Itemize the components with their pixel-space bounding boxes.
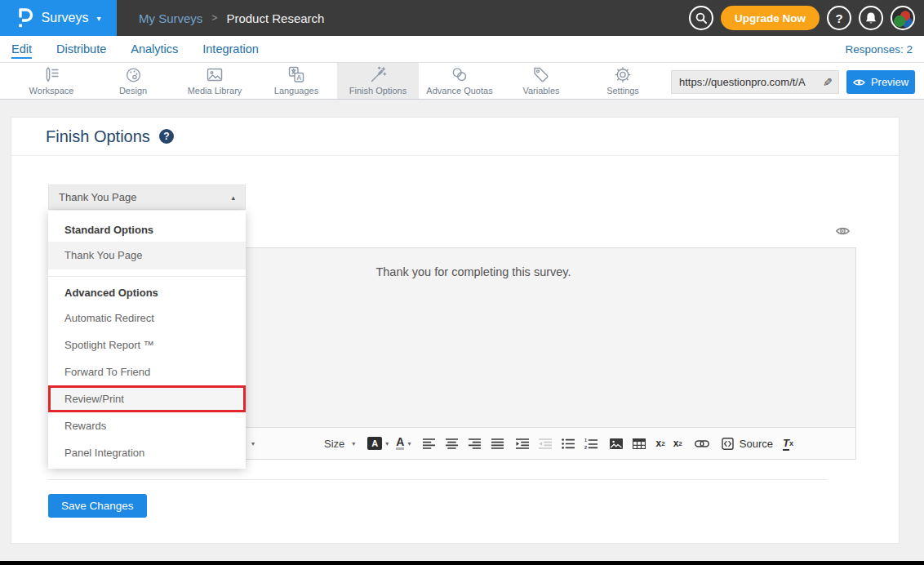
- surveys-product-menu[interactable]: Surveys ▾: [0, 0, 117, 36]
- panel-header: Finish Options ?: [11, 118, 899, 156]
- page-help-icon[interactable]: ?: [159, 129, 174, 144]
- source-icon: [722, 438, 734, 450]
- align-center-button[interactable]: [446, 438, 458, 449]
- page-title: Finish Options: [46, 127, 150, 146]
- link-icon: [695, 439, 709, 448]
- breadcrumb-my-surveys[interactable]: My Surveys: [139, 11, 202, 25]
- dropdown-divider: [48, 276, 246, 277]
- justify-icon: [491, 438, 504, 449]
- dropdown-item-review-print[interactable]: Review/Print: [48, 385, 246, 412]
- indent-icon: [516, 438, 529, 449]
- source-button[interactable]: Source: [722, 438, 773, 450]
- superscript-button[interactable]: x2: [673, 438, 682, 449]
- svg-text:2: 2: [584, 444, 587, 448]
- subscript-button[interactable]: x2: [655, 438, 664, 449]
- toolbar-item-media-library[interactable]: Media Library: [174, 63, 255, 99]
- align-left-icon: [423, 438, 435, 449]
- align-center-icon: [446, 438, 458, 449]
- preview-button[interactable]: Preview: [846, 70, 915, 94]
- bulleted-list-button[interactable]: [562, 438, 575, 449]
- gear-icon: [613, 66, 633, 84]
- dropdown-item-automatic-redirect[interactable]: Automatic Redirect: [48, 305, 246, 331]
- upgrade-now-button[interactable]: Upgrade Now: [721, 6, 820, 30]
- tab-edit[interactable]: Edit: [11, 42, 32, 56]
- avatar[interactable]: [891, 6, 915, 30]
- toolbar-item-workspace[interactable]: Workspace: [11, 63, 92, 99]
- dropdown-item-thank-you-page[interactable]: Thank You Page: [48, 242, 246, 269]
- tab-integration[interactable]: Integration: [202, 42, 259, 56]
- survey-url-input[interactable]: [679, 76, 823, 88]
- caret-up-icon: ▴: [231, 194, 235, 202]
- dropdown-item-forward-to-friend[interactable]: Forward To Friend: [48, 358, 246, 385]
- media-library-icon: [205, 66, 224, 84]
- questionpro-logo-icon: [16, 7, 33, 29]
- bell-icon: [864, 11, 877, 25]
- topbar-actions: Upgrade Now ?: [689, 6, 915, 30]
- search-icon: [694, 11, 709, 25]
- dropdown-item-spotlight-report[interactable]: Spotlight Report ™: [48, 331, 246, 358]
- dropdown-group-advanced: Advanced Options: [48, 282, 246, 305]
- numbered-list-icon: 12: [584, 438, 597, 449]
- align-right-icon: [469, 438, 481, 449]
- finish-type-dropdown: Standard Options Thank You Page Advanced…: [48, 211, 246, 469]
- background-color-icon: A: [367, 437, 382, 450]
- breadcrumb: My Surveys > Product Research: [139, 11, 324, 25]
- quota-links-icon: [450, 66, 469, 84]
- toolbar-item-finish-options[interactable]: Finish Options: [337, 63, 419, 99]
- background-color-button[interactable]: A ▾: [367, 437, 389, 450]
- caret-down-icon: ▾: [96, 14, 100, 23]
- toolbar-item-settings[interactable]: Settings: [582, 63, 664, 99]
- eye-icon: [853, 78, 865, 87]
- design-palette-icon: [124, 66, 143, 84]
- link-button[interactable]: [695, 439, 709, 448]
- size-dropdown[interactable]: Size ▾: [324, 438, 355, 450]
- workspace-icon: [42, 66, 61, 84]
- toolbar-item-advance-quotas[interactable]: Advance Quotas: [419, 63, 500, 99]
- tag-icon: [531, 66, 551, 84]
- numbered-list-button[interactable]: 12: [584, 438, 597, 449]
- notifications-button[interactable]: [859, 6, 883, 30]
- bulleted-list-icon: [562, 438, 575, 449]
- finish-options-panel: Finish Options ? Thank You Page ▴ Standa…: [11, 117, 900, 544]
- text-color-button[interactable]: A ▾: [396, 437, 411, 450]
- align-left-button[interactable]: [423, 438, 435, 449]
- dropdown-item-rewards[interactable]: Rewards: [48, 412, 246, 439]
- responses-count[interactable]: Responses: 2: [845, 36, 913, 63]
- magic-wand-icon: [368, 66, 388, 84]
- survey-url-field: ✎: [671, 70, 839, 94]
- edit-url-pencil-icon[interactable]: ✎: [823, 76, 833, 89]
- remove-format-icon: T: [783, 437, 789, 451]
- insert-table-button[interactable]: [633, 438, 646, 449]
- preview-content-eye-icon[interactable]: [836, 226, 850, 236]
- save-changes-button[interactable]: Save Changes: [48, 494, 147, 518]
- outdent-button[interactable]: [539, 438, 552, 449]
- image-icon: [610, 438, 623, 449]
- toolbar-item-design[interactable]: Design: [92, 63, 174, 99]
- format-dropdown-caret-icon[interactable]: ▾: [248, 440, 255, 447]
- languages-icon: A: [287, 66, 306, 84]
- survey-nav-tabs: Edit Distribute Analytics Integration Re…: [0, 36, 924, 63]
- svg-text:1: 1: [584, 438, 587, 443]
- toolbar-item-languages[interactable]: A Languages: [255, 63, 337, 99]
- toolbar-item-variables[interactable]: Variables: [500, 63, 582, 99]
- dropdown-group-standard: Standard Options: [48, 219, 246, 242]
- finish-type-select[interactable]: Thank You Page ▴: [48, 185, 246, 210]
- breadcrumb-separator: >: [211, 12, 217, 24]
- svg-text:A: A: [296, 73, 301, 82]
- insert-image-button[interactable]: [610, 438, 623, 449]
- align-right-button[interactable]: [469, 438, 481, 449]
- bottom-window-edge: [0, 561, 924, 565]
- remove-format-button[interactable]: Tx: [783, 437, 793, 451]
- dropdown-item-panel-integration[interactable]: Panel Integration: [48, 439, 246, 466]
- outdent-icon: [539, 438, 552, 449]
- tab-analytics[interactable]: Analytics: [131, 42, 178, 56]
- topbar: Surveys ▾ My Surveys > Product Research …: [0, 0, 924, 36]
- breadcrumb-current-survey: Product Research: [226, 11, 324, 25]
- search-button[interactable]: [689, 6, 713, 30]
- justify-button[interactable]: [491, 438, 504, 449]
- indent-button[interactable]: [516, 438, 529, 449]
- surveys-menu-label: Surveys: [42, 11, 89, 25]
- help-button[interactable]: ?: [827, 6, 851, 30]
- table-icon: [633, 438, 646, 449]
- tab-distribute[interactable]: Distribute: [56, 42, 106, 56]
